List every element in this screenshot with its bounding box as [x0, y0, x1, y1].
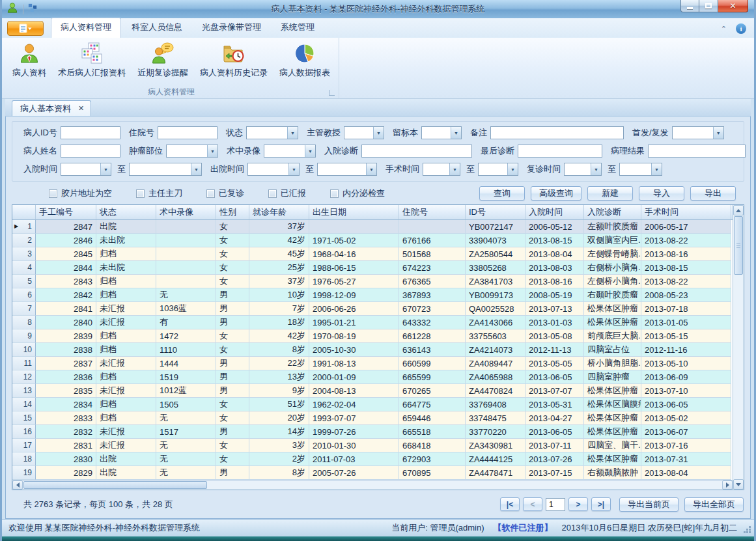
table-row[interactable]: 132835未汇报1012蓝男9岁2004-08-13670265ZA44708…	[12, 384, 733, 398]
table-row[interactable]: 52843归档女37岁1976-05-27676365ZA38417032013…	[12, 275, 733, 288]
maximize-button[interactable]	[699, 0, 718, 12]
table-row[interactable]: 112837未汇报1444男22岁1991-08-13660599ZA40894…	[12, 357, 733, 370]
query-button[interactable]: 查询	[479, 186, 525, 201]
collapse-ribbon-icon[interactable]: ⌃	[721, 25, 727, 33]
surgery-time-to-select[interactable]: ▼	[478, 163, 518, 176]
tab-patient-data-management[interactable]: 病人资料管理	[51, 18, 121, 38]
table-row[interactable]: 102838归档1110女8岁2005-10-30636143ZA4214073…	[12, 343, 733, 357]
horizontal-scroll-thumb[interactable]	[23, 481, 207, 489]
help-info-icon[interactable]: i	[736, 23, 746, 34]
table-row[interactable]: 162832未汇报1517男14岁1999-07-266655183377022…	[12, 425, 733, 439]
row-header[interactable]: 16	[12, 425, 36, 439]
column-header[interactable]: 手工编号	[36, 205, 96, 219]
table-row[interactable]: 182830出院无女2岁2011-07-03672903ZA4444125201…	[12, 452, 733, 466]
table-row[interactable]: 142834归档1505女51岁1962-02-0466477533769408…	[12, 398, 733, 411]
registered-link[interactable]: 【软件已注册】	[494, 522, 553, 534]
app-menu-button[interactable]	[7, 21, 44, 36]
data-report-button[interactable]: 病人数据报表	[273, 39, 336, 86]
row-header[interactable]: 10	[12, 343, 36, 357]
page-number-input[interactable]	[546, 498, 565, 511]
export-button[interactable]: 导出	[690, 186, 736, 201]
row-header[interactable]: 9	[12, 329, 36, 343]
row-header[interactable]: 19	[12, 466, 36, 480]
close-button[interactable]: ✕	[718, 0, 748, 12]
column-header[interactable]: 状态	[96, 205, 156, 219]
row-header[interactable]: 3	[12, 247, 36, 261]
vertical-scrollbar[interactable]	[733, 205, 744, 490]
minimize-button[interactable]	[680, 0, 699, 12]
table-row[interactable]: 62842归档无男10岁1998-12-09367893YB0099173200…	[12, 288, 733, 302]
postop-report-button[interactable]: 术后病人汇报资料	[52, 39, 132, 86]
first-relapse-select[interactable]: ▼	[672, 126, 724, 139]
row-header[interactable]: 15	[12, 411, 36, 425]
first-page-button[interactable]: |<	[500, 497, 520, 511]
revisited-checkbox[interactable]: 已复诊	[206, 187, 244, 199]
surgery-video-select[interactable]: ▼	[264, 145, 316, 158]
professor-select[interactable]: ▼	[344, 126, 384, 139]
resize-grip[interactable]	[749, 531, 751, 533]
prev-page-button[interactable]: <	[523, 497, 542, 511]
column-header[interactable]: 就诊年龄	[249, 205, 309, 219]
checkbox-box[interactable]	[268, 189, 277, 198]
specimen-select[interactable]: ▼	[421, 126, 462, 139]
column-header[interactable]: 出生日期	[309, 205, 399, 219]
patient-data-button[interactable]: 病人资料	[7, 39, 52, 86]
last-page-button[interactable]: >|	[591, 497, 611, 511]
row-header[interactable]: 13	[12, 384, 36, 398]
doc-tab-patient-basic-info[interactable]: 病人基本资料 ✕	[12, 100, 91, 116]
table-row[interactable]: 72841未汇报1036蓝男7岁2006-06-26670723QA002552…	[12, 302, 733, 316]
revisit-time-to-select[interactable]: ▼	[619, 163, 662, 176]
advanced-query-button[interactable]: 高级查询	[531, 186, 581, 201]
patient-id-field[interactable]	[61, 126, 120, 139]
scroll-left-icon[interactable]	[12, 480, 23, 490]
discharge-time-to-select[interactable]: ▼	[317, 163, 377, 176]
admission-time-from-select[interactable]: ▼	[61, 163, 111, 176]
row-header[interactable]: 7	[12, 302, 36, 316]
dialog-launcher-icon[interactable]	[329, 90, 335, 96]
column-header[interactable]: 术中录像	[156, 205, 216, 219]
export-current-page-button[interactable]: 导出当前页	[619, 497, 679, 512]
surgery-time-from-select[interactable]: ▼	[423, 163, 460, 176]
checkbox-box[interactable]	[136, 189, 145, 198]
column-header[interactable]: ID号	[466, 205, 525, 219]
history-record-button[interactable]: 病人资料历史记录	[194, 39, 273, 86]
endocrine-exam-checkbox[interactable]: 内分泌检查	[330, 187, 385, 199]
row-header[interactable]: 5	[12, 275, 36, 288]
table-row[interactable]: ▶12847出院女37岁YB00721472006-05-12左额叶胶质瘤200…	[12, 220, 733, 234]
vertical-scroll-thumb[interactable]	[734, 216, 743, 275]
horizontal-scrollbar[interactable]	[12, 480, 733, 490]
tab-system-management[interactable]: 系统管理	[272, 18, 324, 38]
row-header[interactable]: 17	[12, 439, 36, 452]
checkbox-box[interactable]	[49, 189, 57, 198]
export-all-pages-button[interactable]: 导出全部页	[684, 497, 744, 512]
scroll-right-icon[interactable]	[722, 480, 733, 490]
vertical-scroll-track[interactable]	[733, 215, 744, 479]
column-header[interactable]: 手术时间	[641, 205, 731, 219]
tumor-site-select[interactable]: ▼	[166, 145, 218, 158]
new-button[interactable]: 新建	[587, 186, 633, 201]
patient-name-field[interactable]	[61, 145, 120, 158]
status-select[interactable]: ▼	[246, 126, 298, 139]
row-header[interactable]: 12	[12, 370, 36, 384]
checkbox-box[interactable]	[206, 189, 215, 198]
discharge-time-from-select[interactable]: ▼	[247, 163, 300, 176]
table-row[interactable]: 172831未汇报无女3岁2010-01-30668418ZA343098120…	[12, 439, 733, 452]
film-address-empty-checkbox[interactable]: 胶片地址为空	[49, 187, 112, 199]
checkbox-box[interactable]	[330, 189, 339, 198]
quick-access-icon[interactable]	[28, 3, 37, 15]
row-header[interactable]: 14	[12, 398, 36, 411]
row-header[interactable]: ▶1	[12, 220, 36, 234]
table-row[interactable]: 82840未汇报有男18岁1995-01-21643332ZA414306620…	[12, 316, 733, 329]
column-header[interactable]: 性别	[216, 205, 249, 219]
scroll-down-icon[interactable]	[733, 479, 744, 490]
admission-diagnosis-field[interactable]	[361, 145, 472, 158]
row-header[interactable]: 18	[12, 452, 36, 466]
doc-tab-close-icon[interactable]: ✕	[78, 104, 84, 113]
table-row[interactable]: 192829出院无男8岁2005-07-26670895ZA4478471201…	[12, 466, 733, 480]
table-row[interactable]: 152833归档无女20岁1993-07-0765944633748475201…	[12, 411, 733, 425]
tab-department-staff-info[interactable]: 科室人员信息	[122, 18, 191, 38]
revisit-reminder-button[interactable]: 近期复诊提醒	[132, 39, 194, 86]
remarks-field[interactable]	[490, 126, 624, 139]
pathology-result-field[interactable]	[648, 145, 746, 158]
column-header[interactable]: 入院时间	[525, 205, 584, 219]
